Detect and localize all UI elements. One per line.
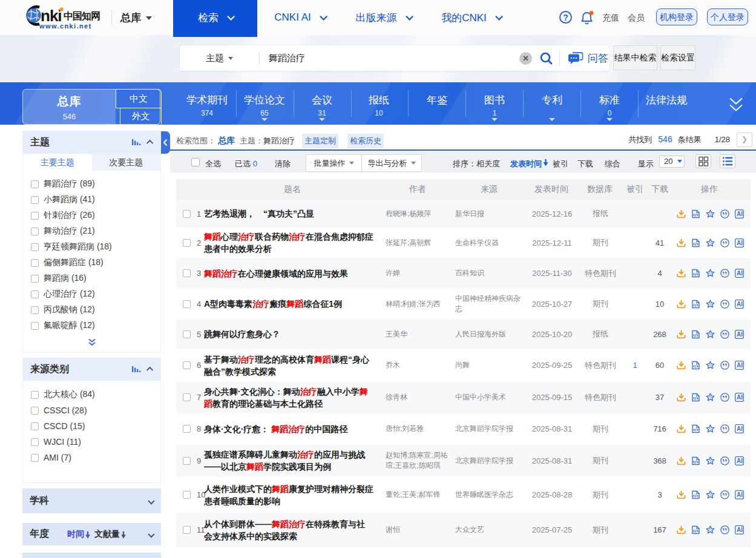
svg-text:www.cnki.net: www.cnki.net xyxy=(39,22,92,30)
svg-text:中国知网: 中国知网 xyxy=(64,11,100,21)
